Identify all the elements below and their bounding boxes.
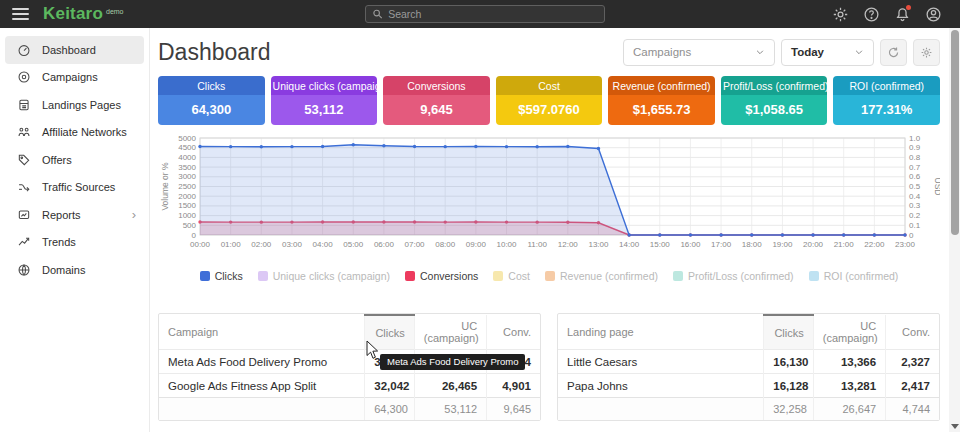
table-cell-value: 2,327 xyxy=(886,350,939,374)
legend-item-unique-clicks-campaign-[interactable]: Unique clicks (campaign) xyxy=(258,270,390,282)
column-header-clicks[interactable]: Clicks xyxy=(764,315,814,350)
legend-item-profit-loss-confirmed-[interactable]: Profit/Loss (confirmed) xyxy=(673,270,794,282)
search-input[interactable] xyxy=(388,8,598,20)
legend-item-clicks[interactable]: Clicks xyxy=(200,270,243,282)
svg-text:17:00: 17:00 xyxy=(711,240,732,249)
svg-text:12:00: 12:00 xyxy=(558,240,579,249)
column-header-conv-[interactable]: Conv. xyxy=(886,315,939,350)
sidebar-item-traffic-sources[interactable]: Traffic Sources xyxy=(5,174,144,202)
sidebar-item-trends[interactable]: Trends xyxy=(5,229,144,257)
legend-item-revenue-confirmed-[interactable]: Revenue (confirmed) xyxy=(545,270,658,282)
legend-item-cost[interactable]: Cost xyxy=(493,270,530,282)
legend-label: Profit/Loss (confirmed) xyxy=(688,270,794,282)
svg-text:20:00: 20:00 xyxy=(803,240,824,249)
table-cell-value: 26,465 xyxy=(414,374,486,398)
stat-card-roi-confirmed-: ROI (confirmed)177.31% xyxy=(833,76,940,125)
table-cell-name: Meta Ads Food Delivery Promo xyxy=(159,350,365,374)
sidebar-item-label: Landings Pages xyxy=(42,99,121,111)
table-total-cell: 9,645 xyxy=(487,398,540,421)
svg-text:0.6: 0.6 xyxy=(909,172,921,181)
svg-text:0.4: 0.4 xyxy=(909,192,921,201)
notifications-bell-icon[interactable] xyxy=(894,6,911,23)
svg-text:10:00: 10:00 xyxy=(497,240,518,249)
svg-text:19:00: 19:00 xyxy=(772,240,793,249)
stat-card-value: 177.31% xyxy=(833,95,940,125)
table-row[interactable]: Little Caesars16,13013,3662,327 xyxy=(558,350,939,374)
reports-icon xyxy=(17,208,31,222)
stat-card-value: 9,645 xyxy=(383,95,490,125)
sidebar-item-domains[interactable]: Domains xyxy=(5,256,144,284)
table-cell-name: Google Ads Fitness App Split xyxy=(159,374,365,398)
date-range-value: Today xyxy=(791,46,824,58)
mouse-cursor xyxy=(366,340,380,360)
svg-text:5000: 5000 xyxy=(178,134,196,143)
global-search[interactable] xyxy=(365,5,605,23)
sidebar-item-offers[interactable]: Offers xyxy=(5,146,144,174)
account-icon[interactable] xyxy=(925,6,942,23)
svg-text:05:00: 05:00 xyxy=(343,240,364,249)
table-row[interactable]: Papa Johns16,12813,2812,417 xyxy=(558,374,939,398)
help-icon[interactable] xyxy=(863,6,880,23)
dashboard-settings-button[interactable] xyxy=(913,39,940,66)
sidebar-item-reports[interactable]: Reports› xyxy=(5,201,144,229)
table-row[interactable]: Google Ads Fitness App Split32,04226,465… xyxy=(159,374,540,398)
legend-label: Clicks xyxy=(215,270,243,282)
svg-text:USD: USD xyxy=(933,178,940,196)
svg-text:08:00: 08:00 xyxy=(435,240,456,249)
stat-card-value: 53,112 xyxy=(271,95,378,125)
table-totals-row: 32,25826,6474,744 xyxy=(558,398,939,421)
stat-card-label: Conversions xyxy=(383,76,490,95)
menu-toggle-icon[interactable] xyxy=(12,8,29,20)
scrollbar-thumb[interactable] xyxy=(951,30,959,235)
scroll-down-arrow-icon[interactable] xyxy=(951,424,959,429)
svg-text:1500: 1500 xyxy=(178,201,196,210)
legend-label: Conversions xyxy=(420,270,478,282)
globe-icon xyxy=(17,263,31,277)
row-hover-tooltip: Meta Ads Food Delivery Promo xyxy=(380,354,525,370)
svg-text:03:00: 03:00 xyxy=(282,240,303,249)
sidebar-item-label: Offers xyxy=(42,154,72,166)
table-cell-value: 4,901 xyxy=(487,374,540,398)
column-header-campaign[interactable]: Campaign xyxy=(159,315,365,350)
svg-text:2000: 2000 xyxy=(178,192,196,201)
svg-text:11:00: 11:00 xyxy=(527,240,547,249)
legend-swatch xyxy=(673,271,683,281)
table-total-cell: 53,112 xyxy=(414,398,486,421)
svg-text:00:00: 00:00 xyxy=(190,240,211,249)
svg-text:1.0: 1.0 xyxy=(909,134,921,143)
column-header-landing-page[interactable]: Landing page xyxy=(558,315,764,350)
sidebar-item-affiliate-networks[interactable]: Affiliate Networks xyxy=(5,119,144,147)
table-total-cell xyxy=(159,398,365,421)
stat-card-value: $597.0760 xyxy=(496,95,603,125)
svg-text:01:00: 01:00 xyxy=(221,240,242,249)
campaigns-filter-select[interactable]: Campaigns xyxy=(623,39,775,66)
sidebar-item-label: Affiliate Networks xyxy=(42,126,127,138)
settings-gear-icon[interactable] xyxy=(832,6,849,23)
refresh-icon xyxy=(887,46,900,59)
refresh-button[interactable] xyxy=(880,39,907,66)
legend-swatch xyxy=(405,271,415,281)
column-header-conv-[interactable]: Conv. xyxy=(487,315,540,350)
legend-item-roi-confirmed-[interactable]: ROI (confirmed) xyxy=(809,270,899,282)
chart-legend: ClicksUnique clicks (campaign)Conversion… xyxy=(158,268,940,284)
network-icon xyxy=(17,125,31,139)
table-total-cell: 26,647 xyxy=(813,398,885,421)
sidebar-item-dashboard[interactable]: Dashboard xyxy=(5,36,144,64)
column-header-uc-campaign-[interactable]: UC (campaign) xyxy=(414,315,486,350)
date-range-select[interactable]: Today xyxy=(781,39,874,66)
chevron-down-icon xyxy=(755,47,765,57)
gear-icon xyxy=(920,46,933,59)
stat-card-clicks: Clicks64,300 xyxy=(158,76,265,125)
sidebar-item-campaigns[interactable]: Campaigns xyxy=(5,64,144,92)
stat-card-value: $1,655.73 xyxy=(608,95,715,125)
svg-text:4500: 4500 xyxy=(178,143,196,152)
column-header-uc-campaign-[interactable]: UC (campaign) xyxy=(813,315,885,350)
legend-swatch xyxy=(493,271,503,281)
stat-card-unique-clicks-campaign-: Unique clicks (campaign)53,112 xyxy=(271,76,378,125)
stat-card-label: Profit/Loss (confirmed) xyxy=(721,76,828,95)
legend-item-conversions[interactable]: Conversions xyxy=(405,270,478,282)
svg-text:3000: 3000 xyxy=(178,172,196,181)
legend-label: ROI (confirmed) xyxy=(824,270,899,282)
svg-text:0.5: 0.5 xyxy=(909,182,921,191)
sidebar-item-landings-pages[interactable]: Landings Pages xyxy=(5,91,144,119)
